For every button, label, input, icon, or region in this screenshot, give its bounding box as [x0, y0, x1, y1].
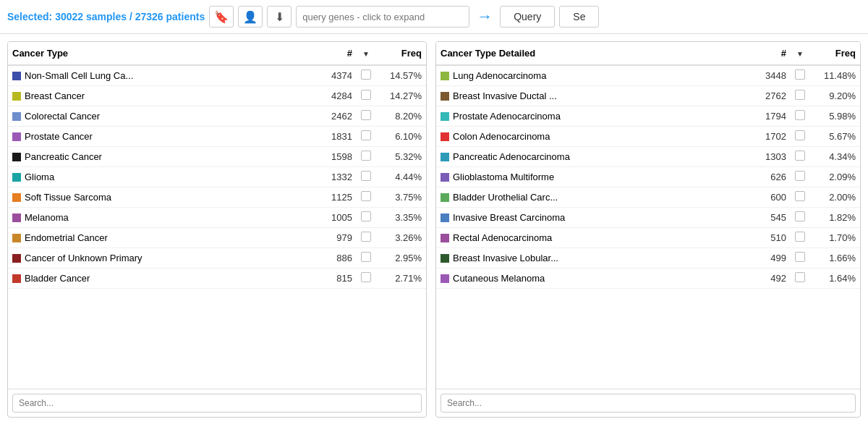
table-row[interactable]: Breast Invasive Lobular... 499 1.66%	[436, 248, 860, 269]
sort-col-right[interactable]: ▼	[791, 42, 809, 65]
checkbox[interactable]	[795, 90, 805, 100]
checkbox-cell[interactable]	[791, 208, 809, 228]
table-row[interactable]: Prostate Adenocarcinoma 1794 5.98%	[436, 106, 860, 127]
checkbox[interactable]	[361, 90, 371, 100]
checkbox-cell[interactable]	[357, 248, 375, 269]
arrow-button[interactable]: →	[474, 7, 495, 26]
checkbox[interactable]	[795, 171, 805, 181]
checkbox-cell[interactable]	[791, 228, 809, 248]
table-row[interactable]: Pancreatic Adenocarcinoma 1303 4.34%	[436, 147, 860, 167]
table-row[interactable]: Lung Adenocarcinoma 3448 11.48%	[436, 65, 860, 86]
checkbox-cell[interactable]	[791, 127, 809, 147]
checkbox-cell[interactable]	[791, 65, 809, 86]
checkbox-cell[interactable]	[791, 248, 809, 269]
table-row[interactable]: Non-Small Cell Lung Ca... 4374 14.57%	[8, 65, 426, 86]
checkbox[interactable]	[795, 252, 805, 262]
table-row[interactable]: Glioma 1332 4.44%	[8, 167, 426, 187]
checkbox-cell[interactable]	[791, 187, 809, 208]
freq-cell: 14.57%	[375, 65, 426, 86]
checkbox-cell[interactable]	[357, 127, 375, 147]
table-row[interactable]: Glioblastoma Multiforme 626 2.09%	[436, 167, 860, 187]
checkbox[interactable]	[361, 69, 371, 80]
checkbox[interactable]	[361, 211, 371, 221]
checkbox[interactable]	[795, 130, 805, 140]
checkbox-cell[interactable]	[791, 269, 809, 289]
download-icon: ⬇	[275, 10, 284, 24]
table-row[interactable]: Soft Tissue Sarcoma 1125 3.75%	[8, 187, 426, 208]
count-cell: 626	[747, 167, 791, 187]
download-button[interactable]: ⬇	[267, 6, 292, 28]
checkbox-cell[interactable]	[357, 106, 375, 127]
checkbox-cell[interactable]	[357, 187, 375, 208]
freq-cell: 3.75%	[375, 187, 426, 208]
table-row[interactable]: Melanoma 1005 3.35%	[8, 208, 426, 228]
cancer-detailed-name-cell: Bladder Urothelial Carc...	[436, 187, 747, 208]
count-cell: 1303	[747, 147, 791, 167]
table-row[interactable]: Bladder Urothelial Carc... 600 2.00%	[436, 187, 860, 208]
cancer-name-cell: Prostate Cancer	[8, 127, 313, 147]
color-swatch	[12, 132, 21, 141]
checkbox-cell[interactable]	[791, 167, 809, 187]
color-swatch	[12, 254, 21, 263]
checkbox[interactable]	[795, 232, 805, 242]
table-row[interactable]: Cancer of Unknown Primary 886 2.95%	[8, 248, 426, 269]
query-button[interactable]: Query	[500, 6, 555, 28]
checkbox-cell[interactable]	[357, 208, 375, 228]
color-swatch	[441, 153, 449, 161]
checkbox-cell[interactable]	[357, 65, 375, 86]
checkbox[interactable]	[795, 69, 805, 80]
checkbox[interactable]	[795, 110, 805, 120]
checkbox-cell[interactable]	[791, 106, 809, 127]
cancer-name-cell: Pancreatic Cancer	[8, 147, 313, 167]
checkbox-cell[interactable]	[357, 167, 375, 187]
checkbox[interactable]	[361, 191, 371, 201]
col-cancer-type-detailed-header: Cancer Type Detailed	[436, 42, 747, 65]
user-button[interactable]: 👤	[238, 6, 263, 28]
se-button[interactable]: Se	[559, 6, 599, 28]
checkbox[interactable]	[361, 110, 371, 120]
cancer-detailed-name-cell: Breast Invasive Ductal ...	[436, 86, 747, 106]
checkbox[interactable]	[795, 272, 805, 282]
checkbox[interactable]	[361, 130, 371, 140]
table-row[interactable]: Bladder Cancer 815 2.71%	[8, 269, 426, 289]
table-row[interactable]: Cutaneous Melanoma 492 1.64%	[436, 269, 860, 289]
checkbox-cell[interactable]	[791, 86, 809, 106]
right-search-footer	[436, 389, 860, 417]
checkbox[interactable]	[361, 151, 371, 161]
checkbox[interactable]	[361, 171, 371, 181]
table-row[interactable]: Colorectal Cancer 2462 8.20%	[8, 106, 426, 127]
checkbox[interactable]	[361, 272, 371, 282]
cancer-type-detailed-scroll[interactable]: Cancer Type Detailed # ▼ Freq Lung Adeno…	[436, 42, 860, 389]
table-row[interactable]: Rectal Adenocarcinoma 510 1.70%	[436, 228, 860, 248]
checkbox[interactable]	[361, 232, 371, 242]
table-row[interactable]: Breast Invasive Ductal ... 2762 9.20%	[436, 86, 860, 106]
checkbox[interactable]	[795, 211, 805, 221]
checkbox[interactable]	[361, 252, 371, 262]
sort-col-left[interactable]: ▼	[357, 42, 375, 65]
checkbox[interactable]	[795, 191, 805, 201]
color-swatch	[441, 254, 449, 263]
query-input[interactable]	[296, 6, 469, 28]
color-swatch	[441, 214, 449, 222]
table-row[interactable]: Prostate Cancer 1831 6.10%	[8, 127, 426, 147]
cancer-name-cell: Cancer of Unknown Primary	[8, 248, 313, 269]
color-swatch	[441, 193, 449, 202]
left-search-input[interactable]	[12, 394, 422, 413]
cancer-name-text: Endometrial Cancer	[25, 232, 108, 243]
bookmark-button[interactable]: 🔖	[209, 6, 234, 28]
checkbox-cell[interactable]	[357, 269, 375, 289]
table-row[interactable]: Breast Cancer 4284 14.27%	[8, 86, 426, 106]
checkbox-cell[interactable]	[357, 86, 375, 106]
checkbox-cell[interactable]	[357, 147, 375, 167]
table-row[interactable]: Colon Adenocarcinoma 1702 5.67%	[436, 127, 860, 147]
checkbox[interactable]	[795, 151, 805, 161]
cancer-type-scroll[interactable]: Cancer Type # ▼ Freq Non-Small Cell Lung…	[8, 42, 426, 389]
right-search-input[interactable]	[441, 394, 856, 413]
checkbox-cell[interactable]	[357, 228, 375, 248]
checkbox-cell[interactable]	[791, 147, 809, 167]
table-row[interactable]: Pancreatic Cancer 1598 5.32%	[8, 147, 426, 167]
table-row[interactable]: Invasive Breast Carcinoma 545 1.82%	[436, 208, 860, 228]
cancer-detailed-name-cell: Breast Invasive Lobular...	[436, 248, 747, 269]
cancer-name-text: Soft Tissue Sarcoma	[25, 192, 111, 203]
table-row[interactable]: Endometrial Cancer 979 3.26%	[8, 228, 426, 248]
